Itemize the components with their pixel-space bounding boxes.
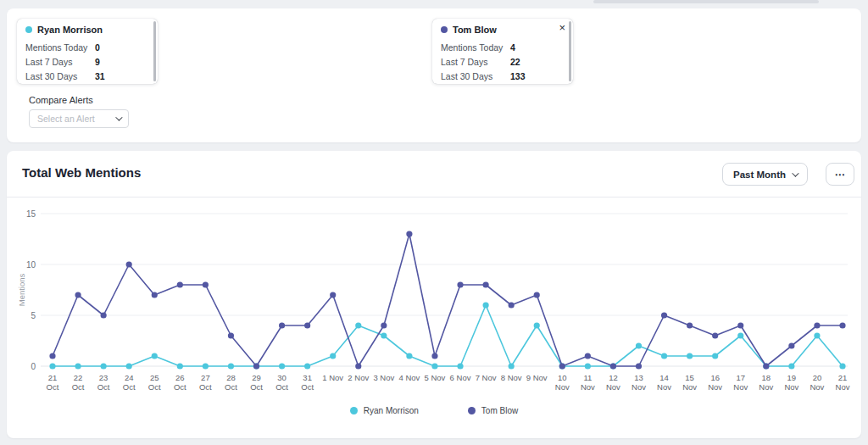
data-point[interactable] [457,281,463,287]
data-point[interactable] [712,332,718,338]
select-placeholder: Select an Alert [37,114,95,124]
data-point[interactable] [814,332,820,338]
data-point[interactable] [839,363,845,369]
series-color-dot [441,26,448,33]
data-point[interactable] [737,322,743,328]
data-point[interactable] [253,363,259,369]
data-point[interactable] [482,302,488,308]
stat-row: Last 7 Days 9 [25,57,149,67]
data-point[interactable] [126,363,132,369]
x-tick-label: 1 Nov [322,373,343,382]
data-point[interactable] [636,363,642,369]
close-alert-button[interactable]: × [559,22,565,33]
chart-legend: Ryan MorrisonTom Blow [7,406,861,415]
data-point[interactable] [610,363,616,369]
vertical-scrollbar[interactable] [569,21,571,81]
data-point[interactable] [355,363,361,369]
data-point[interactable] [75,363,81,369]
data-point[interactable] [406,353,412,359]
data-point[interactable] [482,281,488,287]
data-point[interactable] [457,363,463,369]
data-point[interactable] [177,281,183,287]
data-point[interactable] [585,353,591,359]
x-tick-label: 16Nov [708,373,722,392]
horizontal-scrollbar[interactable] [593,0,819,3]
alert-card-tom-blow: Tom Blow × Mentions Today 4 Last 7 Days … [432,19,573,84]
data-point[interactable] [431,363,437,369]
data-point[interactable] [279,363,285,369]
line-chart-svg[interactable]: 051015Mentions21Oct22Oct23Oct24Oct25Oct2… [17,203,851,400]
data-point[interactable] [661,312,667,318]
compare-alerts-select[interactable]: Select an Alert [29,109,129,128]
data-point[interactable] [330,292,336,298]
x-tick-label: 9 Nov [526,373,548,382]
total-web-mentions-card: Total Web Mentions Past Month ⋯ 051015Me… [7,151,861,438]
data-point[interactable] [509,302,515,308]
data-point[interactable] [49,353,55,359]
data-point[interactable] [381,322,387,328]
data-point[interactable] [381,332,387,338]
data-point[interactable] [431,353,437,359]
data-point[interactable] [152,292,158,298]
data-point[interactable] [101,312,107,318]
compare-alerts-label: Compare Alerts [29,95,93,105]
x-tick-label: 5 Nov [425,373,446,382]
data-point[interactable] [839,322,845,328]
data-point[interactable] [228,332,234,338]
data-point[interactable] [559,363,565,369]
data-point[interactable] [814,322,820,328]
mentions-chart[interactable]: 051015Mentions21Oct22Oct23Oct24Oct25Oct2… [17,203,851,400]
more-options-button[interactable]: ⋯ [826,163,854,186]
data-point[interactable] [636,342,642,348]
legend-item[interactable]: Tom Blow [468,406,518,415]
data-point[interactable] [101,363,107,369]
stat-value: 4 [510,42,515,53]
data-point[interactable] [737,332,743,338]
legend-label: Tom Blow [481,406,518,415]
data-point[interactable] [585,363,591,369]
data-point[interactable] [534,322,540,328]
data-point[interactable] [126,261,132,267]
x-tick-label: 17Nov [733,373,748,392]
series-line [53,305,843,366]
data-point[interactable] [304,322,310,328]
data-point[interactable] [788,363,794,369]
stat-value: 31 [95,71,105,81]
data-point[interactable] [279,322,285,328]
stat-value: 0 [95,42,100,53]
x-tick-label: 10Nov [555,373,570,392]
data-point[interactable] [406,231,412,236]
data-point[interactable] [661,353,667,359]
x-tick-label: 24Oct [123,373,136,392]
data-point[interactable] [203,281,209,287]
data-point[interactable] [712,353,718,359]
x-tick-label: 15Nov [682,373,697,392]
x-tick-label: 28Oct [225,373,237,392]
data-point[interactable] [534,292,540,298]
time-range-button[interactable]: Past Month [722,163,808,186]
data-point[interactable] [687,353,693,359]
data-point[interactable] [763,363,769,369]
legend-label: Ryan Morrison [364,406,419,415]
data-point[interactable] [177,363,183,369]
stat-row: Last 30 Days 133 [441,71,565,81]
data-point[interactable] [355,322,361,328]
data-point[interactable] [203,363,209,369]
stat-label: Mentions Today [441,42,510,53]
data-point[interactable] [152,353,158,359]
stat-label: Last 7 Days [25,57,95,67]
data-point[interactable] [509,363,515,369]
legend-item[interactable]: Ryan Morrison [350,406,419,415]
data-point[interactable] [330,353,336,359]
stat-label: Last 30 Days [25,71,95,81]
data-point[interactable] [687,322,693,328]
vertical-scrollbar[interactable] [153,21,156,81]
stat-label: Mentions Today [25,42,95,53]
data-point[interactable] [49,363,55,369]
data-point[interactable] [304,363,310,369]
data-point[interactable] [75,292,81,298]
data-point[interactable] [228,363,234,369]
data-point[interactable] [788,342,794,348]
x-tick-label: 18Nov [759,373,773,392]
alert-name: Ryan Morrison [37,25,103,35]
